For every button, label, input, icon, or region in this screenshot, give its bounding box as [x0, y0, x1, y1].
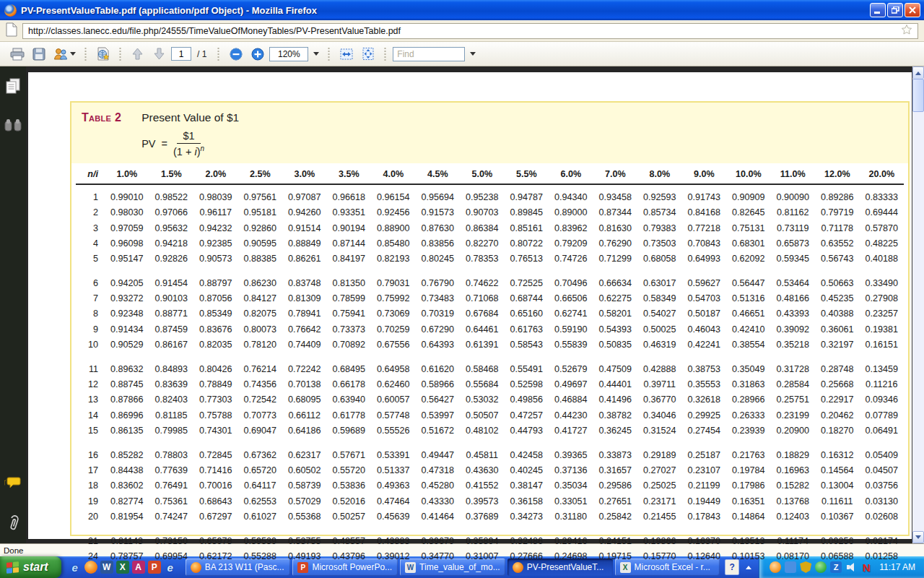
value-cell: 0.90194	[327, 220, 372, 236]
value-cell: 0.96098	[105, 236, 149, 251]
value-cell: 0.53464	[771, 276, 816, 291]
toolbar-separator	[383, 46, 387, 62]
value-cell: 0.74301	[193, 423, 238, 438]
vertical-scrollbar[interactable]	[912, 66, 924, 543]
value-cell: 0.94340	[549, 184, 593, 205]
value-cell: 0.81309	[282, 291, 327, 306]
save-icon[interactable]	[29, 45, 48, 64]
value-cell: 0.13459	[860, 361, 905, 376]
volume-icon[interactable]	[845, 561, 857, 573]
scroll-down-button[interactable]	[912, 531, 924, 543]
value-cell: 0.78803	[149, 447, 194, 462]
start-button[interactable]: start	[0, 556, 61, 578]
value-cell: 0.59627	[682, 276, 727, 291]
previous-page-icon[interactable]	[128, 45, 147, 64]
value-cell: 0.89000	[549, 205, 593, 220]
value-cell: 0.33051	[549, 493, 593, 509]
value-cell: 0.62317	[282, 447, 327, 462]
column-header: 12.0%	[815, 163, 860, 184]
value-cell: 0.81630	[593, 220, 638, 236]
fit-width-icon[interactable]	[336, 45, 356, 64]
value-cell: 0.39711	[637, 377, 682, 392]
value-cell: 0.67556	[371, 337, 416, 352]
column-header: 2.5%	[238, 163, 283, 184]
value-cell: 0.98030	[105, 205, 149, 220]
value-cell: 0.81954	[105, 509, 149, 524]
value-cell: 0.87144	[327, 236, 372, 251]
value-cell: 0.91514	[282, 220, 327, 236]
scrollbar-track[interactable]	[912, 112, 924, 531]
pdf-navigation-pane	[0, 66, 26, 543]
value-cell: 0.10153	[726, 549, 771, 564]
value-cell: 0.46043	[682, 322, 727, 337]
value-cell: 0.85480	[371, 236, 416, 251]
find-input[interactable]	[393, 47, 465, 61]
value-cell: 0.39012	[371, 549, 416, 564]
value-cell: 0.79985	[149, 423, 194, 438]
table-title: Present Value of $1	[141, 111, 239, 124]
value-cell: 0.50025	[637, 322, 682, 337]
restore-button[interactable]	[887, 3, 903, 17]
value-cell: 0.65873	[771, 236, 816, 251]
fit-page-icon[interactable]	[358, 45, 378, 64]
comments-icon[interactable]	[4, 477, 22, 493]
column-header: 3.5%	[327, 163, 372, 184]
value-cell: 0.43796	[327, 549, 372, 564]
collaborate-icon[interactable]	[51, 45, 78, 64]
page-number-input[interactable]	[171, 47, 191, 61]
value-cell: 0.02608	[860, 509, 905, 524]
value-cell: 0.23107	[682, 463, 727, 478]
value-cell: 0.13004	[815, 478, 860, 493]
column-header: 4.5%	[416, 163, 461, 184]
value-cell: 0.75131	[726, 220, 771, 236]
period-cell: 12	[76, 377, 105, 392]
value-cell: 0.86230	[238, 276, 283, 291]
value-cell: 0.86384	[460, 220, 505, 236]
value-cell: 0.55288	[238, 549, 283, 564]
column-header: 3.0%	[282, 163, 327, 184]
web-page-icon[interactable]	[93, 45, 113, 64]
value-cell: 0.55491	[505, 361, 549, 376]
zoom-dropdown-icon[interactable]	[310, 47, 321, 61]
value-cell: 0.60057	[371, 392, 416, 407]
value-cell: 0.26333	[726, 407, 771, 423]
zoom-in-icon[interactable]	[248, 45, 267, 64]
shield-icon[interactable]	[800, 561, 811, 573]
bookmark-star-icon[interactable]	[901, 24, 912, 38]
value-cell: 0.55368	[282, 509, 327, 524]
url-input[interactable]: http://classes.lanecc.edu/file.php/24555…	[22, 23, 918, 39]
value-cell: 0.87344	[593, 205, 638, 220]
value-cell: 0.53032	[460, 392, 505, 407]
value-cell: 0.55684	[460, 377, 505, 392]
next-page-icon[interactable]	[149, 45, 169, 64]
find-dropdown-icon[interactable]	[467, 47, 478, 61]
print-icon[interactable]	[7, 45, 27, 64]
value-cell: 0.38554	[726, 337, 771, 352]
attachments-icon[interactable]	[6, 514, 20, 535]
bookmarks-icon[interactable]	[4, 118, 22, 134]
minimize-button[interactable]	[870, 3, 886, 17]
value-cell: 0.86135	[105, 423, 149, 438]
value-cell: 0.19449	[682, 493, 727, 509]
value-cell: 0.07789	[860, 407, 905, 423]
value-cell: 0.69047	[238, 423, 283, 438]
value-cell: 0.81162	[771, 205, 816, 220]
value-cell: 0.92860	[238, 220, 283, 236]
value-cell: 0.42241	[682, 337, 727, 352]
toolbar-separator	[327, 46, 331, 62]
value-cell: 0.22917	[815, 392, 860, 407]
value-cell: 0.95238	[460, 184, 505, 205]
pv-formula: PV = $1 (1 + i)n	[141, 130, 239, 158]
table-row: 70.932720.901030.870560.841270.813090.78…	[76, 291, 904, 306]
group-spacer	[76, 524, 904, 533]
zoom-level-select[interactable]: 120%	[269, 47, 308, 61]
pages-icon[interactable]	[6, 78, 20, 97]
scrollbar-thumb[interactable]	[912, 79, 924, 112]
value-cell: 0.51337	[371, 463, 416, 478]
value-cell: 0.23257	[860, 306, 905, 322]
period-cell: 3	[76, 220, 105, 236]
column-header: 8.0%	[637, 163, 682, 184]
close-button[interactable]	[905, 3, 920, 17]
zoom-out-icon[interactable]	[226, 45, 245, 64]
scroll-up-button[interactable]	[912, 66, 924, 79]
